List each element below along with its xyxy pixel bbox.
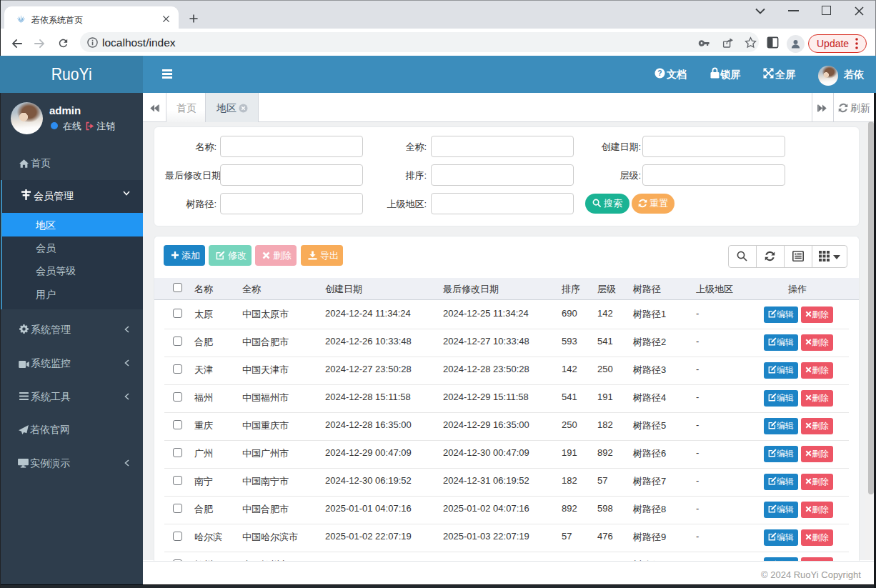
svg-text:?: ?	[657, 69, 662, 77]
